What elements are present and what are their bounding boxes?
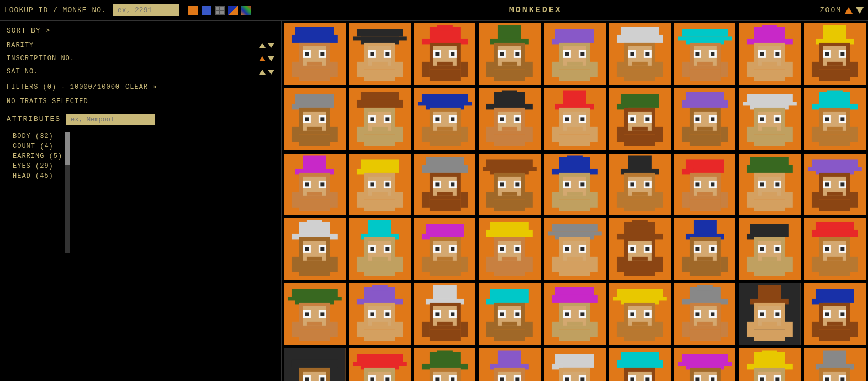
inscription-up-arrow[interactable] xyxy=(259,56,266,61)
nft-cell-11[interactable] xyxy=(348,87,412,151)
rarity-down-arrow[interactable] xyxy=(268,43,274,48)
nft-cell-50[interactable] xyxy=(543,347,607,381)
svg-rect-344 xyxy=(762,192,777,195)
nft-cell-25[interactable] xyxy=(673,152,737,216)
nft-cell-9[interactable] xyxy=(803,22,867,86)
nft-cell-19[interactable] xyxy=(283,152,347,216)
nft-cell-37[interactable] xyxy=(283,282,347,346)
svg-rect-291 xyxy=(502,192,517,195)
sat-down-arrow[interactable] xyxy=(268,70,274,75)
svg-rect-227 xyxy=(785,127,793,142)
nft-cell-23[interactable] xyxy=(543,152,607,216)
svg-rect-427 xyxy=(552,257,559,272)
nft-cell-47[interactable] xyxy=(348,347,412,381)
nft-cell-16[interactable] xyxy=(673,87,737,151)
svg-rect-184 xyxy=(567,127,583,131)
nft-cell-49[interactable] xyxy=(478,347,542,381)
rarity-up-arrow[interactable] xyxy=(259,43,266,48)
svg-rect-399 xyxy=(429,264,460,276)
nft-cell-2[interactable] xyxy=(348,22,412,86)
nft-cell-29[interactable] xyxy=(348,217,412,281)
attr-earring[interactable]: EARRING (5) xyxy=(7,152,62,161)
nft-cell-27[interactable] xyxy=(803,152,867,216)
zoom-down-icon[interactable] xyxy=(856,7,864,14)
attr-head[interactable]: HEAD (45) xyxy=(7,172,62,181)
zoom-up-icon[interactable] xyxy=(845,7,853,14)
nft-cell-13[interactable] xyxy=(478,87,542,151)
nft-cell-43[interactable] xyxy=(673,282,737,346)
nft-cell-39[interactable] xyxy=(413,282,477,346)
svg-rect-117 xyxy=(827,62,843,66)
svg-rect-347 xyxy=(785,192,793,207)
nft-cell-8[interactable] xyxy=(738,22,802,86)
nft-cell-34[interactable] xyxy=(673,217,737,281)
nft-cell-5[interactable] xyxy=(543,22,607,86)
svg-rect-481 xyxy=(850,257,858,272)
nft-cell-44[interactable] xyxy=(738,282,802,346)
grid-icon[interactable] xyxy=(215,6,225,15)
nft-cell-31[interactable] xyxy=(478,217,542,281)
multi-color-icon[interactable] xyxy=(241,6,251,15)
nft-cell-15[interactable] xyxy=(608,87,672,151)
nft-cell-12[interactable] xyxy=(413,87,477,151)
nft-cell-20[interactable] xyxy=(348,152,412,216)
nft-cell-45[interactable] xyxy=(803,282,867,346)
nft-cell-48[interactable] xyxy=(413,347,477,381)
svg-rect-186 xyxy=(552,127,559,142)
lookup-input[interactable] xyxy=(113,4,179,16)
nft-cell-10[interactable] xyxy=(283,87,347,151)
inscription-down-arrow[interactable] xyxy=(268,56,274,61)
nft-cell-32[interactable] xyxy=(543,217,607,281)
attr-search-input[interactable] xyxy=(66,114,155,125)
svg-rect-504 xyxy=(370,313,374,316)
svg-rect-388 xyxy=(395,257,403,272)
nft-cell-36[interactable] xyxy=(803,217,867,281)
nft-cell-52[interactable] xyxy=(673,347,737,381)
orange-square-icon[interactable] xyxy=(188,6,198,15)
nft-cell-7[interactable] xyxy=(673,22,737,86)
nft-cell-6[interactable] xyxy=(608,22,672,86)
svg-rect-238 xyxy=(827,127,843,131)
nft-cell-51[interactable] xyxy=(608,347,672,381)
nft-cell-21[interactable] xyxy=(413,152,477,216)
svg-rect-450 xyxy=(695,247,699,251)
nft-cell-18[interactable] xyxy=(803,87,867,151)
attr-body[interactable]: BODY (32) xyxy=(7,132,62,141)
nft-cell-14[interactable] xyxy=(543,87,607,151)
svg-rect-416 xyxy=(552,224,598,232)
nft-cell-46[interactable] xyxy=(283,347,347,381)
attr-count[interactable]: COUNT (4) xyxy=(7,142,62,151)
nft-cell-3[interactable] xyxy=(413,22,477,86)
nft-cell-17[interactable] xyxy=(738,87,802,151)
nft-cell-54[interactable] xyxy=(803,347,867,381)
nft-cell-33[interactable] xyxy=(608,217,672,281)
sort-by-label[interactable]: SORT BY > xyxy=(7,27,274,35)
nft-cell-38[interactable] xyxy=(348,282,412,346)
nft-cell-22[interactable] xyxy=(478,152,542,216)
grid-area[interactable] xyxy=(282,21,868,381)
nft-cell-28[interactable] xyxy=(283,217,347,281)
nft-cell-26[interactable] xyxy=(738,152,802,216)
attributes-row: ATTRIBUTES xyxy=(7,114,274,125)
svg-rect-211 xyxy=(690,135,721,146)
clear-button[interactable]: Clear » xyxy=(125,83,157,91)
nft-cell-40[interactable] xyxy=(478,282,542,346)
nft-cell-4[interactable] xyxy=(478,22,542,86)
svg-rect-423 xyxy=(565,247,569,251)
blue-orange-icon[interactable] xyxy=(228,6,238,15)
svg-rect-684 xyxy=(682,354,728,362)
nft-cell-1[interactable] xyxy=(283,22,347,86)
attr-eyes[interactable]: EYES (29) xyxy=(7,162,62,171)
blue-square-icon[interactable] xyxy=(202,6,211,15)
nft-cell-30[interactable] xyxy=(413,217,477,281)
svg-rect-241 xyxy=(850,127,858,142)
nft-cell-35[interactable] xyxy=(738,217,802,281)
svg-rect-8 xyxy=(320,52,324,56)
nft-cell-41[interactable] xyxy=(543,282,607,346)
nft-cell-24[interactable] xyxy=(608,152,672,216)
sat-up-arrow[interactable] xyxy=(259,70,266,75)
svg-rect-401 xyxy=(460,257,468,272)
nft-cell-53[interactable] xyxy=(738,347,802,381)
sidebar-scrollbar[interactable] xyxy=(65,132,70,253)
nft-cell-42[interactable] xyxy=(608,282,672,346)
